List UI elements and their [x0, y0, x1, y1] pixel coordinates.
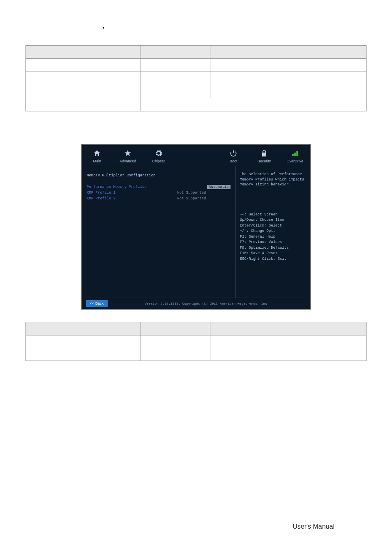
bios-main-panel: Memory Multiplier Configuration Performa… — [82, 166, 235, 298]
setting-label: Performance Memory Profiles — [87, 185, 207, 189]
table-header — [26, 322, 141, 335]
setting-row[interactable]: Performance Memory Profiles Automatic — [87, 185, 231, 189]
options-table-2 — [25, 322, 367, 361]
setting-row: XMP Profile 1 Not Supported — [87, 191, 231, 195]
setting-value: Automatic — [207, 185, 231, 189]
table-header — [210, 322, 367, 335]
version-text: Version 2.15.1238. Copyright (C) 2013 Am… — [108, 302, 306, 305]
bios-help-panel: The selection of Performance Memory Prof… — [235, 166, 310, 298]
setting-label: XMP Profile 1 — [87, 191, 177, 195]
table-row — [26, 335, 367, 361]
tab-overdrive[interactable]: OverDrive — [279, 145, 310, 166]
setting-value: Not Supported — [177, 191, 230, 195]
power-icon — [229, 149, 238, 157]
table-row — [26, 85, 367, 98]
tab-label: Chipset — [152, 159, 165, 163]
bios-tab-bar: Main Advanced Chipset Boot Security — [82, 145, 310, 166]
svg-rect-1 — [294, 153, 295, 156]
nav-help: →←: Select Screen Up/Down: Choose Item E… — [240, 212, 306, 262]
table-header — [210, 46, 367, 59]
table-header — [141, 46, 210, 59]
table-row — [26, 72, 367, 85]
stray-comma: , — [103, 23, 104, 29]
tab-label: Main — [93, 159, 101, 163]
tab-security[interactable]: Security — [249, 145, 280, 166]
tab-chipset[interactable]: Chipset — [143, 145, 174, 166]
table-header — [26, 46, 141, 59]
tab-boot[interactable]: Boot — [218, 145, 249, 166]
bars-icon — [291, 149, 299, 157]
table-row — [26, 98, 367, 111]
star-icon — [124, 149, 132, 157]
tab-label: OverDrive — [286, 159, 303, 163]
home-icon — [93, 149, 101, 157]
setting-row: XMP Profile 2 Not Supported — [87, 197, 231, 201]
options-table-1 — [25, 45, 367, 111]
setting-value: Not Supported — [177, 197, 230, 201]
section-title: Memory Multiplier Configuration — [87, 173, 231, 178]
tab-label: Advanced — [120, 159, 136, 163]
tab-blank — [174, 145, 218, 166]
page-footer: User's Manual — [293, 523, 334, 530]
table-row — [26, 59, 367, 72]
setting-label: XMP Profile 2 — [87, 197, 177, 201]
gear-icon — [154, 149, 163, 157]
lock-icon — [260, 149, 268, 157]
tab-label: Security — [258, 159, 271, 163]
table-header — [141, 322, 210, 335]
bios-footer: << Back Version 2.15.1238. Copyright (C)… — [82, 298, 310, 309]
svg-rect-2 — [296, 151, 297, 156]
back-button[interactable]: << Back — [86, 300, 108, 307]
help-text: The selection of Performance Memory Prof… — [240, 172, 306, 187]
bios-screenshot: Main Advanced Chipset Boot Security — [81, 144, 311, 310]
tab-advanced[interactable]: Advanced — [113, 145, 143, 166]
tab-label: Boot — [230, 159, 238, 163]
tab-main[interactable]: Main — [82, 145, 113, 166]
svg-rect-0 — [292, 154, 293, 156]
